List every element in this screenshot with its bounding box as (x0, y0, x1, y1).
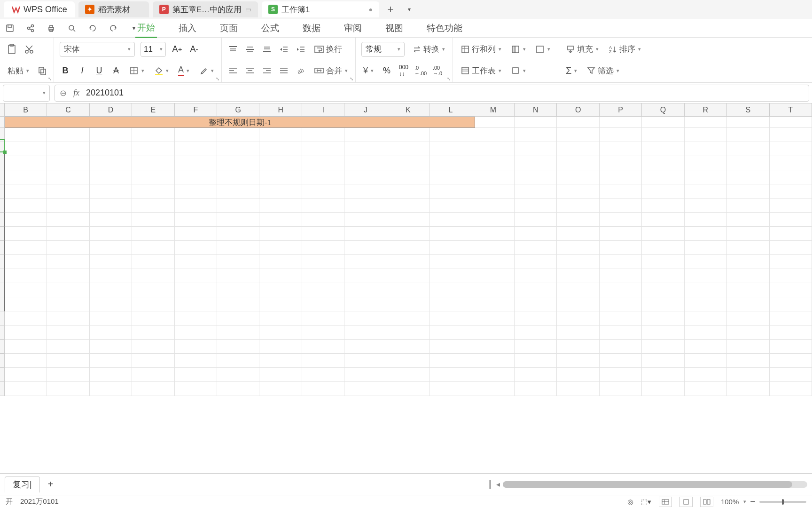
cell[interactable] (557, 325, 599, 340)
cell[interactable] (642, 142, 684, 156)
row-header[interactable] (0, 227, 5, 241)
cell[interactable] (47, 128, 89, 142)
row-header[interactable] (0, 269, 5, 283)
cell[interactable] (685, 269, 727, 283)
cell[interactable] (132, 340, 174, 354)
cell[interactable] (472, 311, 515, 325)
cell[interactable] (47, 156, 89, 170)
col-header[interactable]: G (217, 103, 259, 116)
cell[interactable] (642, 382, 684, 396)
cell[interactable] (727, 325, 769, 340)
cell[interactable] (642, 269, 684, 283)
row-header[interactable] (0, 198, 5, 213)
col-header[interactable]: P (600, 103, 642, 116)
cell[interactable] (642, 325, 684, 340)
cell[interactable] (515, 283, 557, 297)
cell[interactable] (5, 311, 47, 325)
cell[interactable] (429, 283, 472, 297)
zoom-out-icon[interactable]: ⊖ (60, 88, 67, 98)
cell[interactable] (259, 227, 302, 241)
cell[interactable] (770, 156, 812, 170)
cell[interactable] (429, 269, 472, 283)
cell[interactable] (727, 128, 769, 142)
row-header[interactable] (0, 325, 5, 340)
cell[interactable] (90, 255, 132, 269)
cell[interactable] (685, 354, 727, 368)
cell[interactable] (387, 184, 429, 198)
cell[interactable] (5, 283, 47, 297)
cell[interactable] (472, 354, 515, 368)
cell[interactable] (642, 198, 684, 213)
cell[interactable] (47, 213, 89, 227)
cell[interactable] (727, 311, 769, 325)
cell[interactable] (600, 255, 642, 269)
cell[interactable] (132, 297, 174, 311)
merged-title-cell[interactable]: 整理不规则日期-1 (5, 117, 475, 128)
cell[interactable] (770, 128, 812, 142)
cell[interactable] (217, 184, 259, 198)
cell[interactable] (132, 325, 174, 340)
cell[interactable] (5, 354, 47, 368)
cell[interactable] (175, 382, 217, 396)
font-size-select[interactable]: 11▾ (141, 42, 166, 57)
cell[interactable] (217, 368, 259, 382)
cell[interactable] (387, 213, 429, 227)
cell[interactable] (90, 142, 132, 156)
cell[interactable] (472, 227, 515, 241)
cell[interactable] (557, 283, 599, 297)
cell[interactable] (344, 283, 387, 297)
cell[interactable] (770, 325, 812, 340)
cell[interactable] (685, 241, 727, 255)
cell[interactable] (259, 128, 302, 142)
cell[interactable] (217, 198, 259, 213)
cell[interactable] (770, 227, 812, 241)
col-header[interactable]: T (770, 103, 812, 116)
cell[interactable] (557, 297, 599, 311)
cell[interactable] (132, 354, 174, 368)
row-header[interactable] (0, 368, 5, 382)
cell[interactable] (175, 269, 217, 283)
italic-icon[interactable]: I (77, 65, 88, 76)
cell[interactable] (217, 382, 259, 396)
cell[interactable] (600, 283, 642, 297)
cell[interactable] (5, 269, 47, 283)
fill-color-dropdown[interactable]: ▾ (152, 65, 171, 76)
clipboard-expand-icon[interactable]: ⤡ (48, 76, 52, 81)
cell[interactable] (387, 297, 429, 311)
cell[interactable] (175, 311, 217, 325)
cell[interactable] (387, 269, 429, 283)
cell[interactable] (90, 325, 132, 340)
cell[interactable] (429, 184, 472, 198)
name-box[interactable]: ▾ (3, 85, 50, 102)
menu-formula[interactable]: 公式 (259, 19, 281, 37)
cell[interactable] (344, 184, 387, 198)
number-expand-icon[interactable]: ⤡ (447, 76, 451, 81)
cell[interactable] (217, 170, 259, 184)
cell[interactable] (344, 142, 387, 156)
col-header[interactable]: B (5, 103, 47, 116)
row-header[interactable] (0, 142, 5, 156)
cell[interactable] (132, 198, 174, 213)
cell[interactable] (727, 198, 769, 213)
cell[interactable] (259, 368, 302, 382)
cell[interactable] (642, 227, 684, 241)
cell[interactable] (217, 156, 259, 170)
copy-icon[interactable] (37, 65, 48, 76)
cell[interactable] (132, 269, 174, 283)
cell[interactable] (217, 283, 259, 297)
cell[interactable] (557, 340, 599, 354)
cell[interactable] (259, 283, 302, 297)
cell[interactable] (472, 368, 515, 382)
cell[interactable] (600, 368, 642, 382)
cell[interactable] (217, 241, 259, 255)
cell[interactable] (175, 255, 217, 269)
cell[interactable] (515, 269, 557, 283)
increase-decimal-icon[interactable]: .00→.0 (432, 65, 443, 76)
orientation-icon[interactable]: ab (295, 65, 306, 76)
col-header[interactable]: D (90, 103, 132, 116)
cell[interactable] (5, 198, 47, 213)
cell[interactable] (387, 354, 429, 368)
cell[interactable] (515, 117, 557, 128)
cell[interactable] (90, 156, 132, 170)
cell[interactable] (259, 382, 302, 396)
